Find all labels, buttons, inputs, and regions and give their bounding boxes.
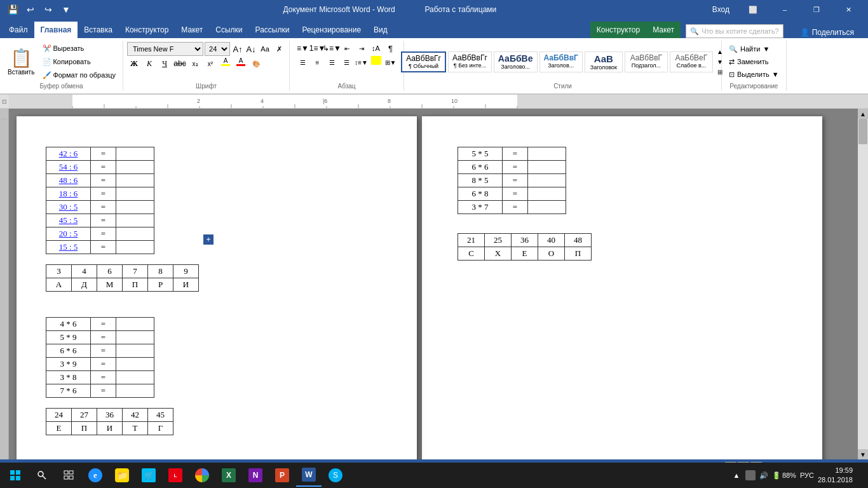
- svg-rect-29: [64, 471, 68, 474]
- share-btn[interactable]: 👤 Поделиться: [794, 27, 860, 38]
- pilcrow-btn[interactable]: ¶: [384, 42, 398, 55]
- scrollbar-thumb[interactable]: [858, 119, 867, 144]
- start-btn[interactable]: [3, 464, 28, 487]
- scroll-down-btn[interactable]: ▼: [858, 449, 868, 459]
- cipher-table-2: 24 27 36 42 45 Е П И Т Г: [46, 408, 173, 435]
- taskbar: e 📁 🛒 L X N P W S ▲ 🔊 🔋 88% РУС 1: [0, 463, 868, 488]
- shading-para-btn[interactable]: [369, 56, 383, 69]
- font-color-btn[interactable]: A: [234, 57, 248, 70]
- taskbar-excel[interactable]: X: [216, 464, 241, 487]
- line-spacing-btn[interactable]: ↕≡▼: [355, 56, 369, 69]
- style-heading1[interactable]: АаБбВе Заголово...: [494, 51, 538, 72]
- taskbar-ie[interactable]: e: [83, 464, 108, 487]
- superscript-btn[interactable]: x²: [203, 57, 217, 70]
- bold-btn[interactable]: Ж: [127, 57, 141, 70]
- login-btn[interactable]: Вход: [706, 4, 736, 15]
- font-name-select[interactable]: Times New F: [127, 42, 203, 56]
- tab-view[interactable]: Вид: [367, 22, 394, 38]
- cipher-table-1: 3 4 6 7 8 9 А Д М П Р И: [46, 264, 199, 292]
- style-heading2[interactable]: АаБбВвГ Заголов...: [539, 51, 583, 72]
- table-row: 18 : 6 =: [46, 187, 154, 201]
- find-btn[interactable]: 🔍Найти▼: [726, 43, 782, 55]
- multilevel-list-btn[interactable]: ↳≡▼: [325, 42, 339, 55]
- underline-btn[interactable]: Ч: [158, 57, 172, 70]
- tab-file[interactable]: Файл: [3, 22, 34, 38]
- bullet-list-btn[interactable]: ≡▼: [296, 42, 310, 55]
- taskbar-powerpoint[interactable]: P: [269, 464, 295, 487]
- increase-indent-btn[interactable]: ⇥: [355, 42, 369, 55]
- table-row: С Х Е О П: [458, 247, 592, 261]
- tab-insert[interactable]: Вставка: [78, 22, 119, 38]
- cut-btn[interactable]: ✂️Вырезать: [39, 42, 119, 55]
- tab-constructor[interactable]: Конструктор: [119, 22, 175, 38]
- taskbar-onenote[interactable]: N: [243, 464, 268, 487]
- align-center-btn[interactable]: ≡: [311, 56, 325, 69]
- ribbon-display-btn[interactable]: ⬜: [738, 0, 768, 19]
- title-bar-left: 💾 ↩ ↪ ▼: [5, 2, 74, 17]
- main-area: │ + 42 : 6 = 54 : 6 =: [0, 109, 868, 459]
- clear-format-btn[interactable]: ✗: [273, 43, 285, 55]
- tab-table-constructor[interactable]: Конструктор: [590, 22, 646, 38]
- tab-table-layout[interactable]: Макет: [646, 22, 681, 38]
- tab-home[interactable]: Главная: [34, 22, 78, 38]
- taskbar-word[interactable]: W: [296, 464, 322, 487]
- search-placeholder: Что вы хотите сделать?: [702, 27, 779, 35]
- taskbar-up-arrow[interactable]: ▲: [731, 470, 742, 480]
- add-row-btn[interactable]: +: [203, 234, 214, 245]
- scroll-up-btn[interactable]: ▲: [858, 109, 868, 119]
- style-heading3[interactable]: AaB Заголовок: [585, 51, 623, 72]
- italic-btn[interactable]: К: [142, 57, 156, 70]
- show-desktop-btn[interactable]: [857, 464, 860, 487]
- format-brush-btn[interactable]: 🖌️Формат по образцу: [39, 69, 119, 81]
- select-btn[interactable]: ⊡Выделить▼: [726, 69, 782, 81]
- taskbar-explorer[interactable]: 📁: [109, 464, 135, 487]
- svg-text:8: 8: [388, 98, 391, 104]
- style-weak-emphasis[interactable]: АаБбВеГ Слабое в...: [670, 51, 713, 72]
- title-bar-title: Документ Microsoft Word - Word Работа с …: [74, 5, 706, 14]
- subscript-btn[interactable]: x₂: [188, 57, 202, 70]
- redo-btn[interactable]: ↪: [41, 2, 56, 17]
- font-size-select[interactable]: 24: [205, 42, 230, 56]
- customize-qa-btn[interactable]: ▼: [58, 2, 74, 17]
- search-taskbar-btn[interactable]: [29, 464, 55, 487]
- style-normal[interactable]: AaBбВвГг ¶ Обычный: [401, 51, 446, 72]
- style-subtitle[interactable]: AaBбВвГ Подзагол...: [625, 51, 668, 72]
- font-shrink-btn[interactable]: A↓: [245, 43, 257, 55]
- change-case-btn[interactable]: Aa: [259, 43, 271, 55]
- volume-icon[interactable]: 🔊: [759, 471, 768, 480]
- taskbar-network[interactable]: [745, 470, 756, 480]
- tab-review[interactable]: Рецензирование: [295, 22, 367, 38]
- what-to-do-search[interactable]: 🔍 Что вы хотите сделать?: [686, 24, 783, 38]
- font-grow-btn[interactable]: A↑: [231, 43, 244, 55]
- minimize-btn[interactable]: –: [770, 0, 799, 19]
- align-left-btn[interactable]: ☰: [296, 56, 310, 69]
- svg-rect-24: [16, 470, 20, 475]
- undo-btn[interactable]: ↩: [23, 2, 38, 17]
- text-highlight-btn[interactable]: A: [219, 57, 233, 70]
- restore-btn[interactable]: ❐: [802, 0, 831, 19]
- shading-btn[interactable]: 🎨: [249, 57, 263, 70]
- tab-references[interactable]: Ссылки: [209, 22, 248, 38]
- table-row: 6 * 6 =: [46, 344, 154, 358]
- paste-btn[interactable]: 📋 Вставить: [4, 46, 38, 77]
- replace-btn[interactable]: ⇄Заменить: [726, 56, 782, 68]
- pages-container[interactable]: + 42 : 6 = 54 : 6 = 48 : 6: [9, 109, 858, 459]
- strikethrough-btn[interactable]: abc: [173, 57, 187, 70]
- align-justify-btn[interactable]: ☰: [340, 56, 354, 69]
- borders-btn[interactable]: ⊞▼: [384, 56, 398, 69]
- save-quickaccess-btn[interactable]: 💾: [5, 2, 20, 17]
- copy-btn[interactable]: 📄Копировать: [39, 55, 119, 68]
- task-view-btn[interactable]: [56, 464, 81, 487]
- close-btn[interactable]: ✕: [834, 0, 863, 19]
- taskbar-lenovo[interactable]: L: [163, 464, 188, 487]
- taskbar-store[interactable]: 🛒: [136, 464, 161, 487]
- tab-layout[interactable]: Макет: [175, 22, 209, 38]
- decrease-indent-btn[interactable]: ⇤: [340, 42, 354, 55]
- svg-text:4: 4: [261, 98, 264, 104]
- style-no-interval[interactable]: AaBбВвГг ¶ Без инте...: [448, 51, 492, 72]
- sort-btn[interactable]: ↕A: [369, 42, 383, 55]
- tab-mailings[interactable]: Рассылки: [249, 22, 296, 38]
- taskbar-chrome[interactable]: [189, 464, 215, 487]
- align-right-btn[interactable]: ☰: [325, 56, 339, 69]
- taskbar-skype[interactable]: S: [323, 464, 348, 487]
